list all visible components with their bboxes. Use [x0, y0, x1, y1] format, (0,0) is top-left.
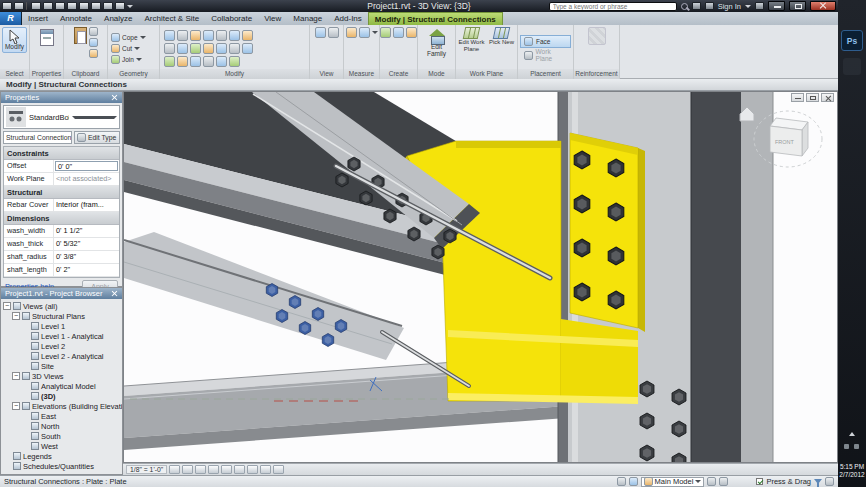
- model-canvas[interactable]: FRONT: [124, 92, 838, 463]
- tab-manage[interactable]: Manage: [287, 12, 328, 25]
- tab-annotate[interactable]: Annotate: [54, 12, 98, 25]
- collapse-icon[interactable]: [12, 402, 20, 410]
- tray-network-icon[interactable]: [844, 444, 849, 449]
- taskbar-app-icon[interactable]: [843, 58, 861, 75]
- tree-item[interactable]: Level 2 - Analytical: [1, 351, 122, 361]
- default-3d-view-icon[interactable]: [103, 2, 113, 10]
- demolish-icon[interactable]: [203, 56, 214, 67]
- close-icon[interactable]: [111, 290, 118, 297]
- tree-item[interactable]: East: [1, 411, 122, 421]
- crop-view-icon[interactable]: [234, 465, 245, 474]
- tree-item[interactable]: Analytical Model: [1, 381, 122, 391]
- split-icon[interactable]: [164, 43, 175, 54]
- dimension-icon[interactable]: [359, 27, 370, 38]
- close-button[interactable]: [810, 1, 836, 11]
- cope-button[interactable]: Cope: [111, 32, 146, 43]
- subscription-icon[interactable]: [692, 2, 701, 10]
- tab-collaborate[interactable]: Collaborate: [205, 12, 258, 25]
- reveal-hidden-icon[interactable]: [273, 465, 284, 474]
- edit-family-button[interactable]: Edit Family: [419, 27, 455, 59]
- wash-thick-value[interactable]: 0' 5/32": [54, 238, 119, 250]
- collapse-icon[interactable]: [12, 312, 20, 320]
- view-close-button[interactable]: [821, 93, 834, 102]
- photoshop-taskbar-icon[interactable]: Ps: [841, 30, 863, 51]
- scale-icon[interactable]: [190, 43, 201, 54]
- match-type-icon[interactable]: [89, 49, 98, 58]
- offset-icon[interactable]: [177, 30, 188, 41]
- tab-add-ins[interactable]: Add-Ins: [328, 12, 368, 25]
- tray-volume-icon[interactable]: [854, 444, 859, 449]
- chevron-down-icon[interactable]: [72, 116, 118, 119]
- redo-icon[interactable]: [43, 2, 53, 10]
- hide-icon[interactable]: [315, 27, 326, 38]
- group-dimensions[interactable]: Dimensions: [4, 212, 119, 225]
- measure-tool-icon[interactable]: [346, 27, 357, 38]
- tree-item[interactable]: Level 2: [1, 341, 122, 351]
- pin-icon[interactable]: [203, 43, 214, 54]
- extend-icon[interactable]: [242, 43, 253, 54]
- create-assembly-icon[interactable]: [406, 27, 417, 38]
- collapse-icon[interactable]: [3, 302, 11, 310]
- tab-analyze[interactable]: Analyze: [98, 12, 138, 25]
- tree-item[interactable]: Level 1 - Analytical: [1, 331, 122, 341]
- wash-width-value[interactable]: 0' 1 1/2": [54, 225, 119, 237]
- help-icon[interactable]: [755, 2, 764, 10]
- detail-level-icon[interactable]: [169, 465, 180, 474]
- type-selector[interactable]: StandardBoltArray: [3, 105, 120, 129]
- tree-item[interactable]: Structural Plans: [1, 311, 122, 321]
- tag-icon[interactable]: [79, 2, 89, 10]
- search-input[interactable]: [549, 2, 677, 11]
- group-constraints[interactable]: Constraints: [4, 147, 119, 160]
- group-structural[interactable]: Structural: [4, 186, 119, 199]
- view-restore-button[interactable]: [806, 93, 819, 102]
- tree-item[interactable]: Legends: [1, 451, 122, 461]
- tray-expand-icon[interactable]: [849, 432, 855, 436]
- sign-in-chevron-icon[interactable]: [745, 5, 751, 8]
- application-menu-button[interactable]: R: [0, 12, 22, 25]
- collapse-icon[interactable]: [12, 372, 20, 380]
- rotate-icon[interactable]: [229, 30, 240, 41]
- drawing-area-3d-view[interactable]: FRONT: [123, 91, 838, 463]
- cut-geometry-button[interactable]: Cut: [111, 43, 140, 54]
- properties-header[interactable]: Properties: [1, 92, 122, 103]
- align-icon[interactable]: [164, 30, 175, 41]
- edit-pinned-icon[interactable]: [719, 477, 728, 486]
- modify-tool-button[interactable]: Modify: [2, 27, 27, 53]
- edit-type-button[interactable]: Edit Type: [74, 131, 120, 144]
- worksets-icon[interactable]: [617, 477, 626, 486]
- category-filter-combo[interactable]: Structural Connection: [3, 131, 72, 144]
- tree-item[interactable]: Views (all): [1, 301, 122, 311]
- create-similar-icon[interactable]: [393, 27, 404, 38]
- print-icon[interactable]: [55, 2, 65, 10]
- rendering-icon[interactable]: [221, 465, 232, 474]
- override-graphics-icon[interactable]: [328, 27, 339, 38]
- paint-icon[interactable]: [190, 56, 201, 67]
- tree-item[interactable]: West: [1, 441, 122, 451]
- tree-item[interactable]: 3D Views: [1, 371, 122, 381]
- section-icon[interactable]: [115, 2, 125, 10]
- tab-view[interactable]: View: [258, 12, 287, 25]
- tree-item[interactable]: Site: [1, 361, 122, 371]
- array-icon[interactable]: [177, 43, 188, 54]
- visual-style-icon[interactable]: [182, 465, 193, 474]
- tree-item[interactable]: North: [1, 421, 122, 431]
- tree-item[interactable]: South: [1, 431, 122, 441]
- tab-insert[interactable]: Insert: [22, 12, 54, 25]
- pick-new-host-button[interactable]: Pick New: [488, 27, 516, 46]
- tab-architect-site[interactable]: Architect & Site: [139, 12, 206, 25]
- shadows-icon[interactable]: [208, 465, 219, 474]
- system-clock[interactable]: 5:15 PM 2/7/2012: [838, 463, 866, 479]
- design-options-combo[interactable]: Main Model: [641, 477, 705, 487]
- wall-joins-icon[interactable]: [216, 56, 227, 67]
- undo-icon[interactable]: [31, 2, 41, 10]
- placement-face-option[interactable]: Face: [520, 35, 571, 48]
- edit-work-plane-button[interactable]: Edit Work Plane: [458, 27, 486, 52]
- create-group-icon[interactable]: [380, 27, 391, 38]
- search-icon[interactable]: [681, 3, 688, 10]
- press-drag-checkbox[interactable]: [756, 478, 763, 485]
- qat-customize-chevron-icon[interactable]: [127, 5, 133, 8]
- paste-icon[interactable]: [74, 27, 87, 44]
- close-icon[interactable]: [111, 94, 118, 101]
- offset-value[interactable]: 0' 0": [55, 161, 118, 171]
- copy-tool-icon[interactable]: [216, 30, 227, 41]
